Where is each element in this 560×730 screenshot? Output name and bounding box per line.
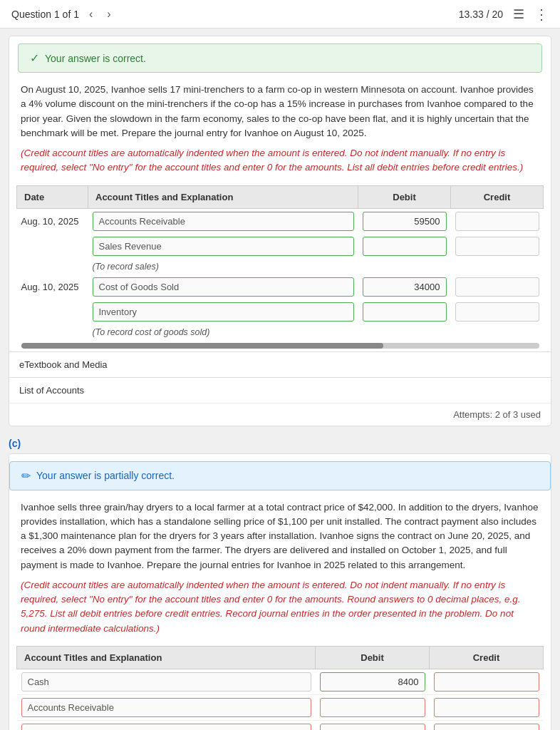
table-row: [17, 669, 544, 694]
credit-input-2[interactable]: [455, 237, 539, 256]
account-cell-c1: [17, 669, 316, 694]
col-debit-header: Debit: [358, 185, 451, 208]
answer-partial-text: Your answer is partially correct.: [36, 470, 175, 481]
table-row-note: (To record cost of goods sold): [17, 324, 544, 340]
list-of-accounts-link[interactable]: List of Accounts: [9, 377, 551, 403]
col-account-header-c: Account Titles and Explanation: [17, 646, 316, 669]
answer-correct-text: Your answer is correct.: [45, 53, 146, 64]
note-text-2: (To record cost of goods sold): [88, 324, 544, 340]
debit-cell-c3: [316, 720, 430, 730]
debit-input-c1[interactable]: [320, 672, 425, 692]
problem-description-c: Ivanhoe sells three grain/hay dryers to …: [21, 500, 539, 572]
credit-input-3[interactable]: [455, 277, 539, 297]
credit-cell-3: [451, 274, 544, 299]
col-account-header: Account Titles and Explanation: [88, 185, 358, 208]
etextbook-link[interactable]: eTextbook and Media: [9, 351, 551, 377]
table-row: [17, 694, 544, 720]
credit-input-c2[interactable]: [434, 698, 539, 717]
account-input-1[interactable]: [93, 212, 354, 231]
debit-cell-4: [358, 299, 451, 324]
date-cell-3: Aug. 10, 2025: [17, 274, 88, 299]
scrollbar-row: [17, 340, 544, 351]
section-a-card: ✓ Your answer is correct. On August 10, …: [9, 36, 551, 426]
journal-table-c-wrapper: Account Titles and Explanation Debit Cre…: [9, 646, 551, 730]
debit-input-3[interactable]: [363, 277, 447, 297]
account-input-c2[interactable]: [21, 698, 311, 717]
account-cell-1: [88, 208, 358, 234]
top-bar: Question 1 of 1 ‹ › 13.33 / 20 ☰ ⋮: [0, 0, 560, 29]
journal-table-a: Date Account Titles and Explanation Debi…: [16, 185, 544, 351]
checkmark-icon: ✓: [30, 51, 39, 65]
red-instruction-a: (Credit account titles are automatically…: [21, 146, 539, 175]
date-cell-4: [17, 299, 88, 324]
journal-table-a-wrapper: Date Account Titles and Explanation Debi…: [9, 185, 551, 351]
debit-input-2[interactable]: [363, 237, 447, 256]
account-cell-4: [88, 299, 358, 324]
debit-cell-c2: [316, 694, 430, 720]
debit-cell-c1: [316, 669, 430, 694]
credit-cell-2: [451, 234, 544, 259]
account-input-c3[interactable]: [21, 724, 311, 730]
problem-text-c: Ivanhoe sells three grain/hay dryers to …: [9, 490, 551, 640]
credit-cell-1: [451, 208, 544, 234]
account-input-4[interactable]: [93, 302, 354, 322]
table-row: [17, 720, 544, 730]
account-cell-2: [88, 234, 358, 259]
account-cell-c2: [17, 694, 316, 720]
credit-input-4[interactable]: [455, 302, 539, 322]
top-bar-left: Question 1 of 1 ‹ ›: [11, 6, 115, 22]
red-instruction-c: (Credit account titles are automatically…: [21, 578, 539, 636]
date-cell-1: Aug. 10, 2025: [17, 208, 88, 234]
debit-cell-3: [358, 274, 451, 299]
prev-button[interactable]: ‹: [85, 6, 97, 22]
pencil-icon: ✏: [21, 469, 31, 483]
answer-correct-banner: ✓ Your answer is correct.: [18, 43, 542, 73]
next-button[interactable]: ›: [103, 6, 115, 22]
problem-text-a: On August 10, 2025, Ivanhoe sells 17 min…: [9, 73, 551, 180]
attempts-text: Attempts: 2 of 3 used: [9, 403, 551, 426]
table-row: Aug. 10, 2025: [17, 274, 544, 299]
date-cell-2: [17, 234, 88, 259]
debit-cell-1: [358, 208, 451, 234]
col-debit-header-c: Debit: [316, 646, 430, 669]
fake-scrollbar[interactable]: [21, 343, 539, 349]
account-input-3[interactable]: [93, 277, 354, 297]
account-cell-c3: [17, 720, 316, 730]
section-c-label: (c): [9, 433, 551, 453]
account-input-c1[interactable]: [21, 672, 311, 692]
credit-input-1[interactable]: [455, 212, 539, 231]
credit-cell-4: [451, 299, 544, 324]
account-input-2[interactable]: [93, 237, 354, 256]
debit-input-c3[interactable]: [320, 724, 425, 730]
question-title: Question 1 of 1: [11, 9, 79, 20]
table-row-note: (To record sales): [17, 259, 544, 274]
answer-partial-banner: ✏ Your answer is partially correct.: [9, 461, 551, 490]
col-date-header: Date: [17, 185, 88, 208]
col-credit-header: Credit: [451, 185, 544, 208]
table-row: [17, 234, 544, 259]
table-row: Aug. 10, 2025: [17, 208, 544, 234]
top-bar-right: 13.33 / 20 ☰ ⋮: [459, 6, 549, 23]
section-c-inner: ✏ Your answer is partially correct. Ivan…: [9, 453, 551, 731]
credit-cell-c2: [430, 694, 544, 720]
journal-table-c: Account Titles and Explanation Debit Cre…: [16, 646, 544, 730]
col-credit-header-c: Credit: [430, 646, 544, 669]
list-icon: ☰: [513, 6, 524, 22]
credit-cell-c1: [430, 669, 544, 694]
note-text-1: (To record sales): [88, 259, 544, 274]
section-c: (c) ✏ Your answer is partially correct. …: [9, 433, 551, 731]
debit-input-c2[interactable]: [320, 698, 425, 717]
score-display: 13.33 / 20: [459, 9, 503, 20]
account-cell-3: [88, 274, 358, 299]
more-menu-icon[interactable]: ⋮: [534, 6, 549, 23]
table-row: [17, 299, 544, 324]
debit-cell-2: [358, 234, 451, 259]
credit-cell-c3: [430, 720, 544, 730]
debit-input-4[interactable]: [363, 302, 447, 322]
credit-input-c3[interactable]: [434, 724, 539, 730]
debit-input-1[interactable]: [363, 212, 447, 231]
credit-input-c1[interactable]: [434, 672, 539, 692]
problem-description-a: On August 10, 2025, Ivanhoe sells 17 min…: [21, 83, 539, 140]
